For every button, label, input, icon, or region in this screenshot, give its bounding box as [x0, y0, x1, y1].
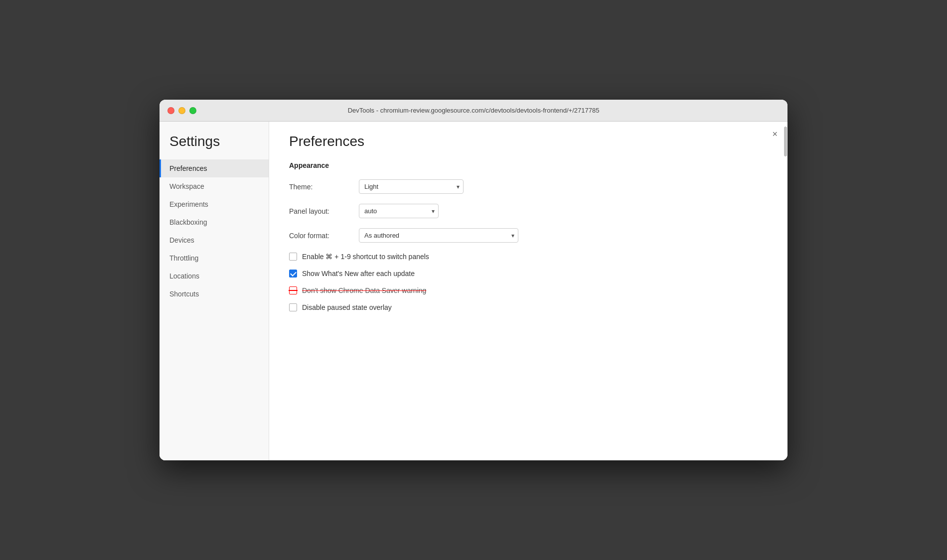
- main-content: × Preferences Appearance Theme: Light Da…: [269, 122, 788, 460]
- panel-layout-select[interactable]: auto horizontal vertical: [359, 204, 439, 218]
- close-traffic-light[interactable]: [167, 107, 174, 114]
- theme-select-wrapper: Light Dark System preference: [359, 179, 464, 194]
- theme-select[interactable]: Light Dark System preference: [359, 179, 464, 194]
- sidebar-item-throttling[interactable]: Throttling: [159, 249, 269, 267]
- whats-new-label: Show What's New after each update: [302, 270, 415, 278]
- close-button[interactable]: ×: [772, 130, 778, 139]
- sidebar-item-locations[interactable]: Locations: [159, 267, 269, 285]
- maximize-traffic-light[interactable]: [189, 107, 196, 114]
- sidebar-item-workspace[interactable]: Workspace: [159, 177, 269, 195]
- panel-layout-setting-row: Panel layout: auto horizontal vertical: [289, 204, 768, 218]
- traffic-lights: [167, 107, 196, 114]
- paused-overlay-row: Disable paused state overlay: [289, 303, 768, 311]
- cmd-shortcut-label: Enable ⌘ + 1-9 shortcut to switch panels: [302, 253, 429, 261]
- theme-label: Theme:: [289, 183, 359, 191]
- color-format-setting-row: Color format: As authored HEX RGB HSL: [289, 228, 768, 243]
- minimize-traffic-light[interactable]: [178, 107, 185, 114]
- data-saver-row: Don't show Chrome Data Saver warning: [289, 286, 768, 294]
- settings-heading: Settings: [159, 134, 269, 159]
- cmd-shortcut-checkbox[interactable]: [289, 253, 297, 261]
- whats-new-row: Show What's New after each update: [289, 270, 768, 278]
- sidebar: Settings Preferences Workspace Experimen…: [159, 122, 269, 460]
- sidebar-item-devices[interactable]: Devices: [159, 231, 269, 249]
- titlebar: DevTools - chromium-review.googlesource.…: [159, 100, 788, 122]
- data-saver-label: Don't show Chrome Data Saver warning: [302, 286, 426, 294]
- paused-overlay-checkbox[interactable]: [289, 303, 297, 311]
- sidebar-item-blackboxing[interactable]: Blackboxing: [159, 213, 269, 231]
- scrollbar-thumb[interactable]: [784, 127, 787, 156]
- window-content: Settings Preferences Workspace Experimen…: [159, 122, 788, 460]
- color-format-select[interactable]: As authored HEX RGB HSL: [359, 228, 518, 243]
- sidebar-item-shortcuts[interactable]: Shortcuts: [159, 285, 269, 303]
- color-format-select-wrapper: As authored HEX RGB HSL: [359, 228, 518, 243]
- color-format-label: Color format:: [289, 232, 359, 240]
- whats-new-checkbox[interactable]: [289, 270, 297, 278]
- data-saver-checkbox[interactable]: [289, 286, 297, 294]
- cmd-shortcut-row: Enable ⌘ + 1-9 shortcut to switch panels: [289, 253, 768, 261]
- sidebar-item-experiments[interactable]: Experiments: [159, 195, 269, 213]
- appearance-section-title: Appearance: [289, 161, 768, 169]
- scrollbar-track[interactable]: [784, 122, 788, 460]
- panel-layout-select-wrapper: auto horizontal vertical: [359, 204, 439, 218]
- theme-setting-row: Theme: Light Dark System preference: [289, 179, 768, 194]
- panel-layout-label: Panel layout:: [289, 207, 359, 215]
- paused-overlay-label: Disable paused state overlay: [302, 303, 392, 311]
- page-title: Preferences: [289, 134, 768, 149]
- sidebar-item-preferences[interactable]: Preferences: [159, 159, 269, 177]
- window-title: DevTools - chromium-review.googlesource.…: [348, 107, 600, 114]
- mac-window: DevTools - chromium-review.googlesource.…: [159, 100, 788, 460]
